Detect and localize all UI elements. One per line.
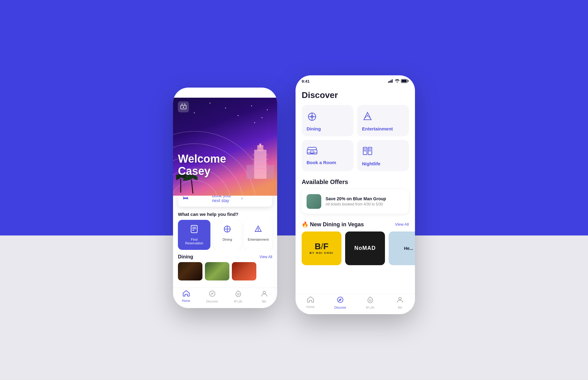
nav-mlife-right[interactable]: M Life <box>355 296 385 309</box>
offer-thumbnail <box>307 194 321 209</box>
discover-page-title: Discover <box>296 85 415 105</box>
offer-card[interactable]: Save 20% on Blue Man Group All tickets b… <box>302 189 409 214</box>
svg-rect-1 <box>270 92 271 94</box>
svg-rect-62 <box>370 150 371 151</box>
discover-nav-icon-right <box>337 296 344 305</box>
svg-point-66 <box>399 297 401 300</box>
signal-icon-right <box>388 79 394 83</box>
chevron-right-icon: › <box>241 196 267 201</box>
svg-rect-0 <box>264 92 270 95</box>
home-nav-label-right: Home <box>306 305 315 309</box>
dining-section-title: Dining <box>178 254 193 260</box>
svg-point-65 <box>369 299 371 301</box>
me-nav-label-right: Me <box>398 306 402 309</box>
quick-action-find-reservation[interactable]: Find Reservation <box>178 220 210 250</box>
home-nav-icon-right <box>307 296 314 304</box>
svg-rect-10 <box>253 154 268 155</box>
phones-container: 9:41 ▌▌▌▌ <box>173 75 415 314</box>
svg-rect-41 <box>392 79 393 83</box>
svg-rect-40 <box>390 80 391 83</box>
me-nav-icon-left <box>261 290 268 299</box>
offer-text: Save 20% on Blue Man Group All tickets b… <box>326 196 404 206</box>
svg-point-25 <box>183 107 184 108</box>
dining-label-quick: Dining <box>223 238 232 241</box>
partial-card-text: He... <box>404 246 413 251</box>
quick-action-dining[interactable]: Dining <box>213 220 241 250</box>
svg-rect-57 <box>364 150 365 151</box>
discover-nav-icon-left <box>209 290 216 299</box>
time-left: 9:41 <box>179 91 187 96</box>
restaurant-card-bf[interactable]: B/F BY HOI CHOI <box>302 231 341 265</box>
nav-home-right[interactable]: Home <box>296 296 326 309</box>
restaurant-cards-row: B/F BY HOI CHOI NoMAD He... <box>296 231 415 265</box>
phone-right: 9:41 Discover <box>296 75 415 314</box>
svg-rect-51 <box>310 151 314 153</box>
mlife-nav-label-right: M Life <box>366 306 374 309</box>
discover-grid: Dining Entertainment <box>296 105 415 177</box>
home-nav-icon-left <box>183 290 190 298</box>
svg-rect-56 <box>365 149 366 149</box>
wifi-icon-left <box>258 91 263 96</box>
restaurant-card-nomad[interactable]: NoMAD <box>345 231 385 265</box>
svg-line-20 <box>191 179 193 194</box>
bottom-nav-right: Home Discover M Life <box>296 294 415 314</box>
mlife-nav-label-left: M Life <box>234 300 242 303</box>
wifi-icon-right <box>395 79 400 83</box>
nav-discover-left[interactable]: Discover <box>199 290 225 303</box>
entertainment-card-label: Entertainment <box>362 126 404 131</box>
svg-rect-61 <box>369 150 370 151</box>
restaurant-card-partial[interactable]: He... <box>389 231 415 265</box>
discover-card-nightlife[interactable]: Nightlife <box>357 140 409 171</box>
status-icons-right <box>388 79 409 84</box>
phone-left: 9:41 ▌▌▌▌ <box>173 88 277 308</box>
discover-nav-label-left: Discover <box>206 300 218 303</box>
home-nav-label-left: Home <box>182 299 190 303</box>
status-bar-left: 9:41 ▌▌▌▌ <box>173 88 277 98</box>
nav-discover-right[interactable]: Discover <box>326 296 356 309</box>
app-logo <box>178 101 189 112</box>
available-offers-title: Available Offers <box>296 177 415 189</box>
svg-rect-38 <box>388 81 389 83</box>
entertainment-label-quick: Entertainment <box>248 238 269 241</box>
bf-subtitle: BY HOI CHOI <box>310 251 334 254</box>
nav-mlife-left[interactable]: M Life <box>225 290 251 303</box>
svg-rect-58 <box>365 150 366 151</box>
status-bar-right: 9:41 <box>296 75 415 85</box>
me-nav-icon-right <box>397 296 403 305</box>
dining-images-row <box>173 262 277 280</box>
svg-rect-43 <box>401 80 407 82</box>
discover-card-entertainment[interactable]: Entertainment <box>357 105 409 136</box>
battery-icon-left <box>264 91 271 96</box>
time-right: 9:41 <box>302 79 310 84</box>
new-dining-view-all[interactable]: View All <box>395 222 409 227</box>
battery-icon-right <box>401 79 409 84</box>
nav-me-right[interactable]: Me <box>385 296 415 309</box>
svg-point-37 <box>263 291 266 294</box>
svg-point-64 <box>340 299 341 300</box>
discover-card-dining[interactable]: Dining <box>302 105 353 136</box>
entertainment-card-icon <box>362 111 404 123</box>
nomad-logo-text: NoMAD <box>354 245 376 251</box>
dining-image-2 <box>205 262 229 280</box>
entertainment-icon-quick <box>254 225 262 235</box>
svg-rect-13 <box>253 168 268 169</box>
dining-image-3 <box>232 262 256 280</box>
mlife-nav-icon-right <box>367 296 374 305</box>
offer-subtitle: All tickets booked from 4/30 to 5/30 <box>326 202 404 206</box>
svg-rect-11 <box>253 159 268 160</box>
welcome-message: Welcome Casey <box>178 153 226 177</box>
dining-card-icon <box>307 111 349 123</box>
dining-view-all[interactable]: View All <box>259 255 272 259</box>
svg-point-34 <box>258 230 259 231</box>
svg-rect-55 <box>364 149 365 149</box>
svg-rect-59 <box>369 149 370 149</box>
dining-card-label: Dining <box>307 126 349 131</box>
discover-nav-label-right: Discover <box>334 306 346 309</box>
quick-action-entertainment[interactable]: Entertainment <box>244 220 272 250</box>
nav-me-left[interactable]: Me <box>251 290 277 303</box>
find-reservation-icon <box>190 225 198 235</box>
discover-card-book-room[interactable]: Book a Room <box>302 140 353 171</box>
svg-rect-9 <box>259 144 261 147</box>
nav-home-left[interactable]: Home <box>173 290 199 303</box>
bottom-nav-left: Home Discover M Life Me <box>173 288 277 308</box>
